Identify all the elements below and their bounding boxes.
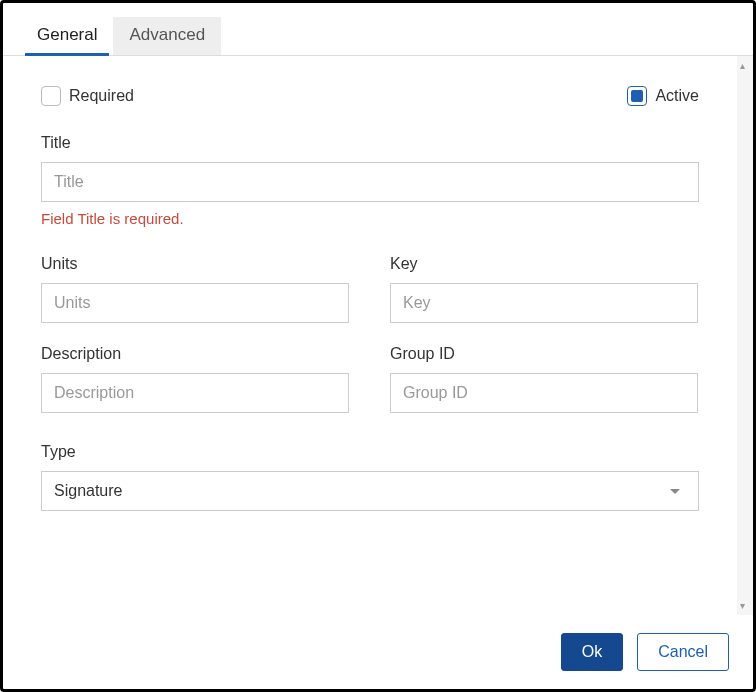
type-select[interactable]: Signature [41, 471, 699, 511]
groupid-label: Group ID [390, 345, 699, 363]
active-checkbox-group: Active [627, 86, 699, 106]
description-label: Description [41, 345, 350, 363]
required-checkbox[interactable] [41, 86, 61, 106]
row-description-groupid: Description Group ID [41, 345, 699, 413]
type-label: Type [41, 443, 699, 461]
cancel-button[interactable]: Cancel [637, 633, 729, 671]
tab-advanced[interactable]: Advanced [113, 17, 221, 55]
top-checkbox-row: Required Active [41, 86, 699, 106]
type-select-wrap: Signature [41, 471, 699, 511]
tab-general[interactable]: General [21, 17, 113, 55]
key-input[interactable] [390, 283, 698, 323]
form-content: Required Active Title Field Title is req… [3, 56, 737, 615]
description-field-block: Description [41, 345, 350, 413]
title-input[interactable] [41, 162, 699, 202]
description-input[interactable] [41, 373, 349, 413]
units-input[interactable] [41, 283, 349, 323]
key-label: Key [390, 255, 699, 273]
vertical-scrollbar[interactable]: ▴ ▾ [737, 56, 753, 615]
groupid-field-block: Group ID [390, 345, 699, 413]
row-units-key: Units Key [41, 255, 699, 323]
units-field-block: Units [41, 255, 350, 323]
active-label: Active [655, 87, 699, 105]
dialog-footer: Ok Cancel [3, 615, 753, 689]
title-label: Title [41, 134, 699, 152]
ok-button[interactable]: Ok [561, 633, 623, 671]
groupid-input[interactable] [390, 373, 698, 413]
units-label: Units [41, 255, 350, 273]
required-checkbox-group: Required [41, 86, 134, 106]
tab-bar: General Advanced [3, 3, 753, 56]
scroll-down-icon: ▾ [740, 600, 745, 611]
title-field-block: Title Field Title is required. [41, 134, 699, 227]
type-field-block: Type Signature [41, 443, 699, 511]
active-checkbox[interactable] [627, 86, 647, 106]
content-wrapper: Required Active Title Field Title is req… [3, 56, 753, 615]
type-select-value: Signature [54, 482, 123, 500]
key-field-block: Key [390, 255, 699, 323]
required-label: Required [69, 87, 134, 105]
scroll-up-icon: ▴ [740, 60, 745, 71]
chevron-down-icon [670, 489, 680, 494]
title-error: Field Title is required. [41, 210, 699, 227]
